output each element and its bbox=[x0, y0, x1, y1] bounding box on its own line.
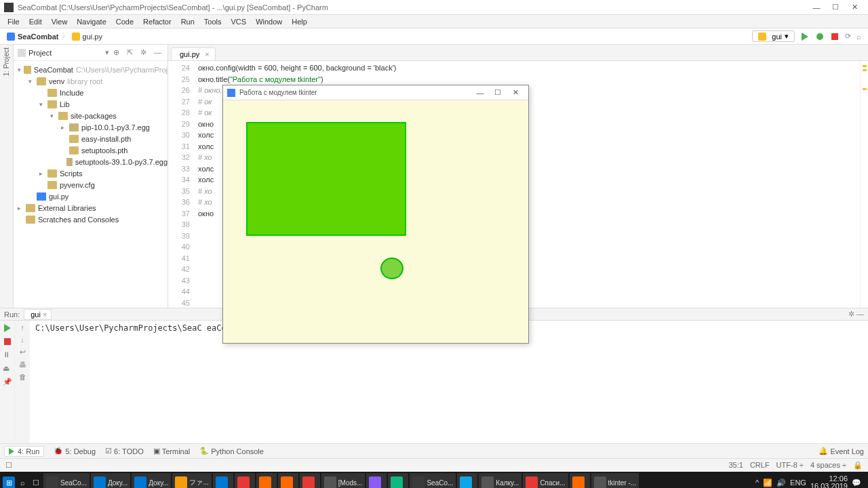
clear-button[interactable]: 🗑 bbox=[19, 373, 26, 381]
taskbar-item[interactable] bbox=[278, 473, 298, 488]
menu-vcs[interactable]: VCS bbox=[226, 18, 252, 26]
line-separator[interactable]: CRLF bbox=[750, 461, 770, 470]
menu-run[interactable]: Run bbox=[176, 18, 199, 26]
taskbar-item[interactable] bbox=[457, 473, 477, 488]
taskbar-item[interactable]: ファ... bbox=[172, 473, 211, 488]
tray-lang[interactable]: ENG bbox=[790, 479, 806, 487]
menu-file[interactable]: File bbox=[3, 18, 24, 26]
breadcrumb-file[interactable]: gui.py bbox=[83, 33, 102, 41]
start-button[interactable]: ⊞ bbox=[3, 476, 15, 488]
rail-project[interactable]: 1: Project bbox=[3, 47, 10, 76]
tree-node[interactable]: setuptools.pth bbox=[14, 144, 167, 156]
settings-icon[interactable]: ✲ bbox=[140, 48, 150, 58]
tray-chevron[interactable]: ^ bbox=[755, 479, 759, 487]
taskbar-item[interactable] bbox=[235, 473, 255, 488]
menu-refactor[interactable]: Refactor bbox=[138, 18, 176, 26]
search-button[interactable]: ⌕ bbox=[16, 476, 28, 488]
file-encoding[interactable]: UTF-8 ÷ bbox=[776, 461, 804, 470]
wrap-button[interactable]: ↩ bbox=[20, 348, 26, 357]
tkinter-titlebar[interactable]: Работа с модулем tkinter — ☐ ✕ bbox=[223, 85, 528, 100]
indent-info[interactable]: 4 spaces ÷ bbox=[810, 461, 846, 470]
tkinter-canvas[interactable] bbox=[223, 100, 528, 343]
collapse-icon[interactable]: ⇱ bbox=[127, 48, 136, 58]
taskbar-item[interactable]: tkinter -... bbox=[591, 473, 639, 488]
tree-node[interactable]: ▾site-packages bbox=[14, 110, 167, 121]
run-button[interactable] bbox=[800, 32, 810, 41]
run-config-selector[interactable]: gui ▾ bbox=[752, 30, 795, 42]
project-tree[interactable]: ▾SeaCombatC:\Users\User\PycharmProj▾venv… bbox=[14, 61, 167, 228]
tool-event-log[interactable]: 🔔 Event Log bbox=[818, 447, 864, 455]
stop-run-button[interactable] bbox=[3, 337, 12, 346]
minimize-button[interactable]: — bbox=[807, 1, 826, 14]
menu-code[interactable]: Code bbox=[111, 18, 138, 26]
taskbar-item[interactable] bbox=[366, 473, 387, 488]
stop-button[interactable] bbox=[830, 32, 840, 41]
tool-python-console[interactable]: 🐍 Python Console bbox=[199, 447, 264, 455]
taskbar-item[interactable]: [Mods... bbox=[321, 473, 366, 488]
exit-button[interactable]: ⏏ bbox=[3, 364, 12, 373]
run-tab[interactable]: gui × bbox=[24, 309, 52, 320]
run-settings-icon[interactable]: ✲ — bbox=[848, 310, 864, 319]
menu-edit[interactable]: Edit bbox=[24, 18, 47, 26]
tree-node[interactable]: ▾SeaCombatC:\Users\User\PycharmProj bbox=[14, 64, 167, 75]
tree-node[interactable]: ▾Lib bbox=[14, 98, 167, 110]
taskbar-item[interactable] bbox=[300, 473, 320, 488]
taskbar-item[interactable]: Доку... bbox=[91, 473, 130, 488]
update-button[interactable]: ⟳ bbox=[845, 32, 851, 41]
task-view-button[interactable]: ☐ bbox=[30, 476, 42, 488]
menu-tools[interactable]: Tools bbox=[199, 18, 226, 26]
breadcrumb-root[interactable]: SeaCombat bbox=[18, 33, 59, 41]
down-button[interactable]: ↓ bbox=[20, 336, 24, 344]
tree-node[interactable]: gui.py bbox=[14, 190, 167, 202]
close-run-tab[interactable]: × bbox=[43, 310, 47, 319]
taskbar-item[interactable]: Доку... bbox=[132, 473, 171, 488]
tree-node[interactable]: pyvenv.cfg bbox=[14, 179, 167, 190]
search-button[interactable]: ⌕ bbox=[856, 33, 861, 41]
tray-wifi-icon[interactable]: 📶 bbox=[763, 479, 772, 487]
tree-node[interactable]: setuptools-39.1.0-py3.7.egg bbox=[14, 156, 167, 167]
taskbar-item[interactable] bbox=[256, 473, 277, 488]
close-button[interactable]: ✕ bbox=[845, 1, 864, 14]
tool-run[interactable]: 4: Run bbox=[4, 446, 44, 457]
maximize-button[interactable]: ☐ bbox=[826, 1, 845, 14]
tool-terminal[interactable]: ▣ Terminal bbox=[153, 447, 191, 455]
taskbar-item[interactable] bbox=[570, 473, 590, 488]
tree-node[interactable]: Include bbox=[14, 87, 167, 98]
taskbar-item[interactable]: Калку... bbox=[479, 473, 521, 488]
hide-icon[interactable]: — bbox=[154, 48, 163, 58]
taskbar-item[interactable]: SeaCo... bbox=[410, 473, 456, 488]
tree-node[interactable]: easy-install.pth bbox=[14, 133, 167, 144]
locate-icon[interactable]: ⊕ bbox=[113, 48, 123, 58]
tk-minimize-button[interactable]: — bbox=[471, 89, 489, 97]
tkinter-window[interactable]: Работа с модулем tkinter — ☐ ✕ bbox=[222, 85, 529, 344]
up-button[interactable]: ↑ bbox=[20, 323, 24, 331]
tray-notifications-icon[interactable]: 💬 bbox=[852, 479, 861, 487]
taskbar-item[interactable] bbox=[388, 473, 408, 488]
system-tray[interactable]: ^ 📶 🔊 ENG 12:0616.03.2019 💬 bbox=[755, 475, 865, 488]
tk-close-button[interactable]: ✕ bbox=[507, 88, 524, 97]
print-button[interactable]: 🖶 bbox=[19, 361, 26, 369]
taskbar-item[interactable] bbox=[213, 473, 233, 488]
editor-tab[interactable]: gui.py × bbox=[171, 47, 216, 60]
tray-clock[interactable]: 12:0616.03.2019 bbox=[810, 475, 848, 488]
rerun-button[interactable] bbox=[3, 323, 12, 333]
tree-node[interactable]: ▸pip-10.0.1-py3.7.egg bbox=[14, 121, 167, 133]
menu-view[interactable]: View bbox=[47, 18, 73, 26]
taskbar-item[interactable]: Спаси... bbox=[523, 473, 568, 488]
debug-button[interactable] bbox=[815, 32, 825, 41]
pin-button[interactable]: 📌 bbox=[3, 378, 12, 387]
menu-navigate[interactable]: Navigate bbox=[72, 18, 111, 26]
tk-maximize-button[interactable]: ☐ bbox=[489, 88, 507, 97]
menu-window[interactable]: Window bbox=[251, 18, 287, 26]
tree-node[interactable]: ▸Scripts bbox=[14, 167, 167, 179]
chevron-down-icon[interactable]: ▾ bbox=[105, 48, 109, 57]
taskbar-item[interactable]: SeaCo... bbox=[43, 473, 90, 488]
close-tab-icon[interactable]: × bbox=[205, 50, 209, 58]
tool-debug[interactable]: 🐞 5: Debug bbox=[54, 447, 96, 455]
menu-help[interactable]: Help bbox=[287, 18, 312, 26]
tree-node[interactable]: Scratches and Consoles bbox=[14, 214, 167, 225]
tree-node[interactable]: ▾venvlibrary root bbox=[14, 75, 167, 87]
readonly-icon[interactable]: 🔒 bbox=[853, 461, 863, 470]
pause-button[interactable]: ⏸ bbox=[3, 350, 12, 360]
tray-volume-icon[interactable]: 🔊 bbox=[776, 479, 786, 487]
